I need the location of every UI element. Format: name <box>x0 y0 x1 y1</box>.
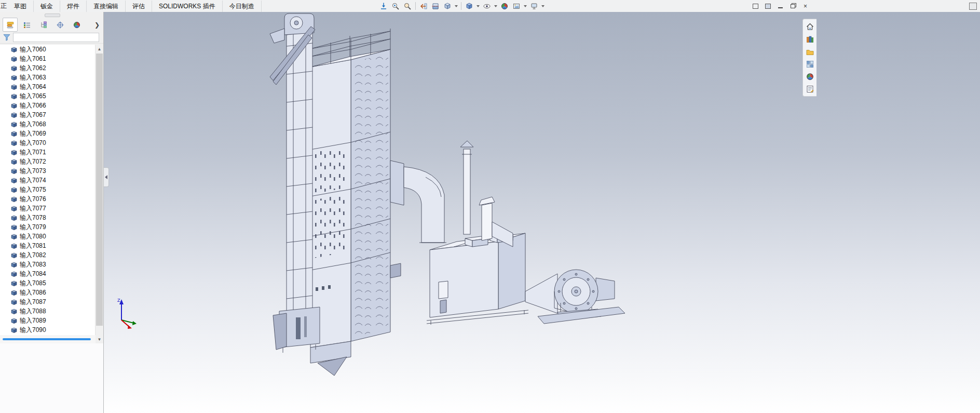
grain-dryer-model[interactable] <box>104 12 980 413</box>
command-tab[interactable]: 焊件 <box>60 1 87 12</box>
tree-item[interactable]: 输入7077 <box>0 204 96 213</box>
dropdown-caret-icon[interactable] <box>541 5 545 7</box>
tree-item[interactable]: 输入7075 <box>0 185 96 194</box>
tree-item[interactable]: 输入7071 <box>0 148 96 157</box>
view-settings-icon[interactable] <box>528 1 540 11</box>
tree-item[interactable]: 输入7082 <box>0 250 96 260</box>
undock-pane-icon[interactable] <box>752 2 759 10</box>
tree-item[interactable]: 输入7087 <box>0 297 96 307</box>
tree-item-label: 输入7072 <box>20 157 46 166</box>
bucket-elevator-group[interactable] <box>270 14 320 353</box>
tree-item[interactable]: 输入7074 <box>0 176 96 185</box>
pin-pane-icon[interactable] <box>764 2 772 10</box>
dropdown-caret-icon[interactable] <box>477 5 480 7</box>
close-button[interactable]: × <box>801 2 809 10</box>
dropdown-caret-icon[interactable] <box>524 5 527 7</box>
command-tab[interactable]: 今日制造 <box>223 1 262 12</box>
tree-item-label: 输入7087 <box>20 298 46 307</box>
command-tab[interactable]: 钣金 <box>34 1 60 12</box>
tree-item[interactable]: 输入7066 <box>0 101 96 110</box>
view-palette-icon[interactable] <box>805 59 815 69</box>
command-tab[interactable]: 评估 <box>126 1 152 12</box>
zoom-to-fit-icon[interactable] <box>378 1 389 11</box>
file-explorer-icon[interactable] <box>805 46 815 57</box>
tree-item[interactable]: 输入7064 <box>0 82 96 91</box>
tree-item[interactable]: 输入7090 <box>0 325 96 335</box>
tree-item[interactable]: 输入7063 <box>0 73 96 82</box>
panel-grip[interactable] <box>0 12 103 18</box>
command-tab[interactable]: SOLIDWORKS 插件 <box>152 1 223 12</box>
tree-item[interactable]: 输入7078 <box>0 213 96 222</box>
tree-item-label: 输入7077 <box>20 204 46 213</box>
propertymanager-tab[interactable] <box>19 18 34 32</box>
vertical-scroll-thumb[interactable] <box>96 54 103 326</box>
panel-collapse-handle[interactable] <box>104 167 109 187</box>
tree-item[interactable]: 输入7083 <box>0 260 96 269</box>
dropdown-caret-icon[interactable] <box>494 5 497 7</box>
configurationmanager-tab[interactable] <box>36 18 51 32</box>
tree-item[interactable]: 输入7086 <box>0 288 96 297</box>
tree-item[interactable]: 输入7080 <box>0 232 96 241</box>
tree-item[interactable]: 输入7081 <box>0 241 96 250</box>
scroll-down-icon[interactable]: ▼ <box>96 335 103 343</box>
duct-elbow-group[interactable] <box>390 161 446 243</box>
restore-button[interactable] <box>789 2 797 10</box>
imported-feature-icon <box>10 149 18 156</box>
command-tab[interactable]: 草图 <box>7 1 34 12</box>
tree-item[interactable]: 输入7088 <box>0 307 96 316</box>
command-tabs: 草图钣金焊件直接编辑评估SOLIDWORKS 插件今日制造 <box>7 0 262 12</box>
tree-item[interactable]: 输入7069 <box>0 129 96 138</box>
custom-properties-icon[interactable] <box>805 84 815 94</box>
chevron-right-icon[interactable]: ❯ <box>94 21 100 29</box>
chimney-group[interactable] <box>460 141 473 234</box>
tree-item-label: 输入7078 <box>20 214 46 222</box>
dimxpertmanager-tab[interactable] <box>52 18 67 32</box>
tree-item[interactable]: 输入7072 <box>0 157 96 166</box>
tree-item-label: 输入7067 <box>20 111 46 119</box>
magnify-icon[interactable] <box>402 1 413 11</box>
tree-horizontal-scrollbar[interactable] <box>0 335 96 343</box>
view-orientation-icon[interactable] <box>442 1 453 11</box>
apply-scene-icon[interactable] <box>511 1 522 11</box>
tree-item[interactable]: 输入7073 <box>0 166 96 176</box>
design-library-icon[interactable] <box>805 34 815 44</box>
displaymanager-tab[interactable] <box>69 18 84 32</box>
appearances-icon[interactable] <box>805 71 815 82</box>
tree-item[interactable]: 输入7089 <box>0 316 96 325</box>
edit-appearance-icon[interactable] <box>499 1 510 11</box>
dropdown-caret-icon[interactable] <box>455 5 458 7</box>
scroll-up-icon[interactable]: ▲ <box>96 45 103 53</box>
tree-item[interactable]: 输入7062 <box>0 63 96 73</box>
minimize-button[interactable] <box>777 2 784 10</box>
tree-item[interactable]: 输入7070 <box>0 138 96 148</box>
previous-view-icon[interactable] <box>418 1 429 11</box>
display-style-icon[interactable] <box>464 1 475 11</box>
hide-show-items-icon[interactable] <box>481 1 493 11</box>
tree-item[interactable]: 输入7061 <box>0 54 96 63</box>
tree-vertical-scrollbar[interactable]: ▲ ▼ <box>95 45 103 343</box>
fan-group[interactable] <box>525 270 625 324</box>
tower-group[interactable] <box>310 29 401 376</box>
graphics-area[interactable]: Z <box>104 12 980 413</box>
horizontal-scroll-thumb[interactable] <box>3 338 91 340</box>
section-view-icon[interactable] <box>430 1 441 11</box>
tree-item[interactable]: 输入7067 <box>0 110 96 119</box>
tree-item[interactable]: 输入7065 <box>0 91 96 101</box>
tree-item[interactable]: 输入7076 <box>0 194 96 204</box>
tree-item-label: 输入7074 <box>20 176 46 185</box>
home-icon[interactable] <box>805 21 815 32</box>
tree-item[interactable]: 输入7085 <box>0 278 96 288</box>
command-tab[interactable]: 直接编辑 <box>87 1 126 12</box>
tree-item-label: 输入7086 <box>20 288 46 297</box>
partial-tab[interactable]: 正 <box>0 2 7 10</box>
furnace-group[interactable] <box>427 232 528 325</box>
tree-item[interactable]: 输入7084 <box>0 269 96 278</box>
zoom-area-icon[interactable] <box>390 1 401 11</box>
tree-item[interactable]: 输入7060 <box>0 45 96 54</box>
featuremanager-design-tree-tab[interactable] <box>3 18 18 32</box>
tree-item[interactable]: 输入7068 <box>0 119 96 129</box>
tree-item-label: 输入7065 <box>20 92 46 101</box>
filter-input[interactable] <box>13 33 99 42</box>
expand-toolbar-icon[interactable] <box>969 3 977 10</box>
tree-item[interactable]: 输入7079 <box>0 222 96 232</box>
